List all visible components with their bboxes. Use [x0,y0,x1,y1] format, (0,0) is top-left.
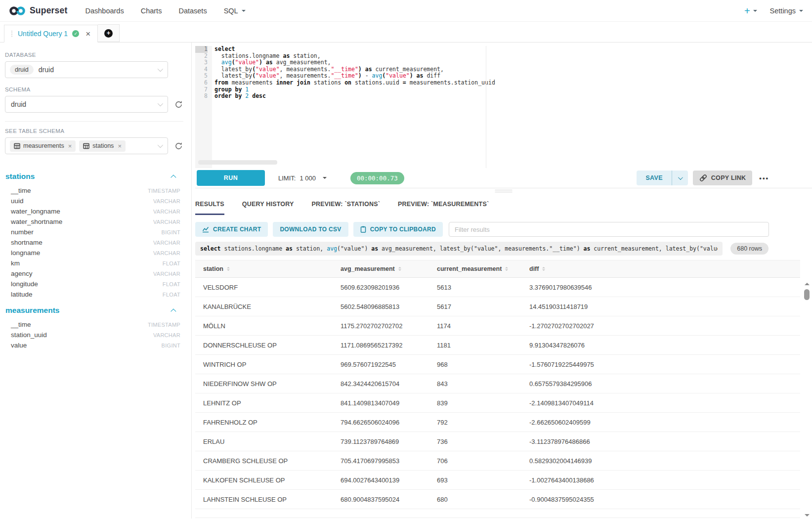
table-column-row: longname VARCHAR [5,248,183,258]
table-column-row: water_shortname VARCHAR [5,216,183,227]
table-row: WINTRICH OP969.576071922545968-1.5760719… [195,355,800,374]
save-dropdown-button[interactable] [672,171,688,185]
more-actions-icon[interactable]: ••• [759,174,769,182]
column-name: __time [11,187,31,194]
database-engine-badge: druid [10,65,34,75]
top-navbar: Superset DashboardsChartsDatasetsSQL + S… [0,0,812,22]
schema-tables: stations __time TIMESTAMP uuid VARCHAR w… [5,172,183,350]
column-header-station[interactable]: station [195,265,341,272]
table-column-row: __time TIMESTAMP [5,319,183,330]
nav-item-charts[interactable]: Charts [141,7,162,15]
column-name: value [11,342,27,349]
table-row: LAHNSTEIN SCHLEUSE OP680.900483759502468… [195,490,800,509]
table-column-row: value BIGINT [5,340,183,350]
column-header-diff[interactable]: diff [529,265,800,272]
table-cell: DONNERSCHLEUSE OP [195,342,341,349]
close-icon[interactable]: × [85,30,90,38]
results-tab-preview-stations[interactable]: PREVIEW: `STATIONS` [312,201,381,215]
results-tab-preview-measurements[interactable]: PREVIEW: `MEASUREMENTS` [398,201,489,215]
table-chip-label: stations [92,142,114,149]
pane-splitter[interactable] [195,188,812,193]
nav-item-sql[interactable]: SQL [224,7,246,15]
collapse-icon[interactable] [171,308,176,314]
filter-results-input[interactable] [449,222,769,237]
editor-hscrollbar[interactable] [198,160,277,165]
table-cell: 14.45190311418719 [529,303,800,310]
collapse-icon[interactable] [171,174,176,180]
sort-icon[interactable] [398,265,401,272]
refresh-icon[interactable] [174,100,183,109]
table-cell: 9.91304347826076 [529,342,800,349]
query-timer-badge: 00:00:00.73 [350,172,404,184]
copy-to-clipboard-button[interactable]: COPY TO CLIPBOARD [353,222,443,237]
new-item-button[interactable]: + [744,6,757,16]
results-tab-results[interactable]: RESULTS [195,201,224,215]
settings-menu[interactable]: Settings [770,7,803,15]
line-number: 2 [195,53,208,60]
sort-icon[interactable] [505,265,508,272]
add-tab-button[interactable]: + [98,24,120,42]
run-button[interactable]: RUN [197,170,265,186]
table-cell: 680 [437,496,529,503]
scroll-down-icon[interactable] [805,514,810,517]
nav-item-datasets[interactable]: Datasets [178,7,207,15]
schema-table-header[interactable]: stations [5,172,183,181]
column-type: VARCHAR [153,332,180,338]
table-cell: 694.0027643400139 [341,476,437,484]
sql-editor[interactable]: 12345678 select stations.longname as sta… [195,43,812,168]
code-line: stations.longname as station, [214,53,812,60]
column-name: number [11,228,34,236]
superset-brand[interactable]: Superset [9,5,68,16]
splitter-handle-icon[interactable] [495,190,513,192]
remove-chip-icon[interactable]: × [118,142,122,150]
save-button[interactable]: SAVE [637,171,671,185]
table-cell: 0.6575579384295906 [529,380,800,388]
grid-scrollbar[interactable] [804,281,811,518]
table-column-row: number BIGINT [5,227,183,237]
download-csv-button[interactable]: DOWNLOAD TO CSV [273,222,348,237]
column-type: VARCHAR [153,271,180,277]
table-row: ERLAU739.1123789764869736-3.112378976486… [195,432,800,451]
code-line: order by 2 desc [214,93,812,100]
chevron-down-icon [158,66,163,72]
refresh-icon[interactable] [174,142,183,150]
column-name: agency [11,270,33,277]
schema-label: SCHEMA [5,86,183,92]
column-header-current_measurement[interactable]: current_measurement [437,265,529,272]
copy-link-button[interactable]: COPY LINK [693,171,753,185]
column-type: VARCHAR [153,219,180,225]
editor-code[interactable]: select stations.longname as station, avg… [212,46,812,168]
column-header-avg_measurement[interactable]: avg_measurement [341,265,437,272]
chevron-down-icon [158,142,163,148]
table-cell: 736 [437,438,529,445]
table-chip[interactable]: measurements × [10,140,76,152]
nav-item-dashboards[interactable]: Dashboards [85,7,124,15]
create-chart-button[interactable]: CREATE CHART [195,222,268,237]
database-select[interactable]: druid druid [5,61,168,78]
table-cell: 693 [437,476,529,484]
table-schema-select[interactable]: measurements × stations × [5,137,168,154]
sort-icon[interactable] [542,265,545,272]
table-chip[interactable]: stations × [79,140,126,152]
caret-down-icon [323,177,327,181]
table-cell: 1175.2702702702702 [341,322,437,330]
table-cell: 841.1409813407049 [341,399,437,407]
tab-untitled-query-1[interactable]: Untitled Query 1 ✓ × [4,25,98,43]
limit-dropdown[interactable]: LIMIT: 1 000 [278,174,327,182]
schema-select[interactable]: druid [5,96,168,113]
line-number: 5 [195,73,208,80]
table-row: KANALBRÜCKE5602.548096885813561714.45190… [195,297,800,316]
line-number: 3 [195,59,208,66]
schema-table-header[interactable]: measurements [5,306,183,315]
results-tab-query-history[interactable]: QUERY HISTORY [242,201,294,215]
scrollbar-thumb[interactable] [804,289,810,300]
table-cell: 839 [437,399,529,407]
drag-handle-icon[interactable] [11,31,13,37]
query-tabstrip: Untitled Query 1 ✓ × + [0,22,812,43]
scroll-up-icon[interactable] [805,283,810,285]
column-type: BIGINT [162,229,180,235]
row-count-badge: 680 rows [730,243,769,255]
table-row: NIEDERFINOW SHW OP842.34244206157048430.… [195,374,800,393]
remove-chip-icon[interactable]: × [68,142,72,150]
sort-icon[interactable] [227,265,230,272]
